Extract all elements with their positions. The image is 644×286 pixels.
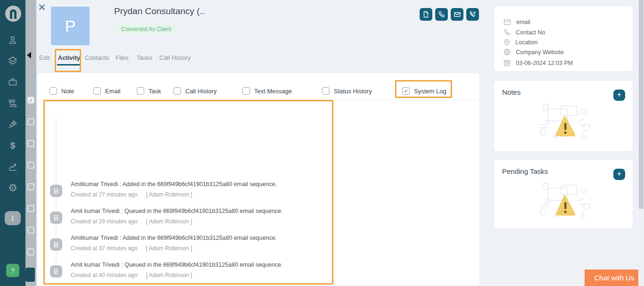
chat-with-us-button[interactable]: Chat with Us (585, 270, 644, 286)
sidebar-item-campaigns[interactable] (0, 117, 25, 131)
phone-action-button[interactable] (435, 8, 448, 21)
collapse-panel-arrow-icon[interactable] (27, 52, 31, 58)
row-checkbox[interactable] (27, 248, 34, 255)
gear-icon: ⚙ (8, 182, 17, 194)
sidebar-item-deals[interactable] (0, 54, 25, 68)
filter-task[interactable]: Task (137, 87, 161, 95)
notes-title: Notes (502, 88, 520, 96)
tab-call-history[interactable]: Call History (159, 54, 190, 61)
log-entry[interactable]: Amit kumar Trivedi : Queued in the 669f9… (50, 261, 333, 286)
checkbox-checked[interactable]: ✓ (402, 87, 410, 95)
log-entry[interactable]: Amit kumar Trivedi : Queued in the 669f9… (50, 207, 333, 234)
checkbox[interactable] (322, 87, 330, 95)
info-row-contact[interactable]: Contact No (504, 29, 545, 36)
log-document-icon (50, 265, 62, 278)
row-checkbox[interactable] (27, 227, 34, 234)
company-info-card: email Contact No Location Company Websit… (494, 6, 633, 72)
document-action-button[interactable] (420, 8, 432, 21)
pending-tasks-card: Pending Tasks + (494, 159, 633, 229)
tab-edit[interactable]: Edit (39, 54, 50, 61)
empty-state-illustration (535, 182, 596, 225)
email-icon (454, 11, 461, 18)
app-sidebar: $ ⚙ ⁝ ? (0, 0, 25, 286)
avatar: P (51, 7, 90, 45)
filter-call-history[interactable]: Call History (173, 87, 216, 95)
info-row-website[interactable]: Company Website (504, 49, 564, 56)
background-list-strip: ✓ (25, 0, 36, 286)
log-document-icon (50, 238, 62, 251)
scrollbar-thumb[interactable] (639, 0, 644, 209)
call-log-action-button[interactable] (466, 8, 479, 21)
more-dots-icon: ⁝ (11, 214, 14, 223)
log-entry[interactable]: Amitkumar Trivedi : Added in the 669f949… (50, 234, 333, 261)
filter-note[interactable]: Note (50, 87, 74, 95)
rocket-icon (8, 119, 18, 130)
add-note-button[interactable]: + (613, 90, 625, 101)
log-entry[interactable]: Amitkumar Trivedi : Added in the 669f949… (50, 180, 333, 207)
tab-activity[interactable]: Activity (58, 54, 80, 61)
clients-icon (8, 98, 18, 108)
log-document-icon (50, 185, 62, 197)
checkbox[interactable] (50, 87, 57, 95)
person-icon (8, 35, 18, 45)
layers-icon (8, 56, 18, 66)
row-checkbox[interactable] (27, 183, 34, 190)
phone-icon (438, 11, 445, 18)
location-icon (504, 39, 510, 46)
row-checkbox[interactable] (27, 118, 34, 125)
tab-tasks[interactable]: Tasks (137, 54, 152, 61)
filter-text-message[interactable]: Text Message (242, 87, 292, 95)
active-tab-underline (57, 64, 80, 65)
row-checkbox-checked[interactable]: ✓ (27, 97, 34, 104)
checkbox[interactable] (173, 87, 181, 95)
row-checkbox[interactable] (27, 140, 34, 147)
info-row-email[interactable]: email (504, 19, 530, 25)
row-checkbox[interactable] (27, 162, 34, 169)
question-icon: ? (11, 267, 15, 275)
pending-tasks-title: Pending Tasks (502, 167, 548, 175)
status-badge: Converted As Client (116, 24, 177, 34)
phone-icon (504, 29, 511, 36)
info-row-location[interactable]: Location (504, 39, 537, 46)
row-checkbox[interactable] (27, 205, 34, 212)
tab-files[interactable]: Files (116, 54, 128, 61)
globe-icon (504, 49, 511, 56)
email-icon (504, 19, 511, 25)
checkbox[interactable] (93, 87, 101, 95)
analytics-icon (8, 162, 18, 172)
tab-contacts[interactable]: Contacts (85, 54, 109, 61)
page-title: Prydan Consultancy (.. (114, 6, 205, 16)
document-icon (422, 11, 429, 18)
dollar-icon: $ (10, 140, 16, 151)
add-task-button[interactable]: + (613, 169, 625, 180)
app-logo-icon[interactable] (4, 5, 22, 23)
divider (37, 99, 479, 100)
empty-state-illustration (535, 103, 596, 146)
scrollbar[interactable] (638, 0, 644, 286)
calendar-icon (504, 59, 511, 66)
checkbox[interactable] (242, 87, 250, 95)
log-document-icon (50, 212, 62, 224)
close-icon[interactable]: ✕ (38, 3, 47, 12)
sidebar-item-billing[interactable]: $ (0, 139, 25, 153)
checkbox[interactable] (137, 87, 144, 95)
sidebar-item-clients[interactable] (0, 96, 25, 110)
notes-card: Notes + (494, 80, 633, 152)
filter-email[interactable]: Email (93, 87, 121, 95)
sidebar-more-button[interactable]: ⁝ (5, 211, 21, 225)
info-row-date: 03-06-2024 12:03 PM (504, 59, 573, 66)
briefcase-icon (8, 77, 18, 87)
sidebar-item-settings[interactable]: ⚙ (0, 181, 25, 195)
filter-system-log[interactable]: ✓ System Log (402, 87, 446, 95)
sidebar-item-contacts[interactable] (0, 33, 25, 47)
sidebar-item-jobs[interactable] (0, 75, 25, 89)
background-button (25, 268, 35, 282)
detail-panel: ✕ P Prydan Consultancy (.. Converted As … (36, 0, 638, 286)
call-log-icon (469, 11, 476, 18)
activity-card: Note Email Task Call History Text Messag… (37, 73, 480, 286)
filter-status-history[interactable]: Status History (322, 87, 372, 95)
help-button[interactable]: ? (6, 264, 19, 277)
sidebar-item-reports[interactable] (0, 160, 25, 174)
email-action-button[interactable] (451, 8, 463, 21)
